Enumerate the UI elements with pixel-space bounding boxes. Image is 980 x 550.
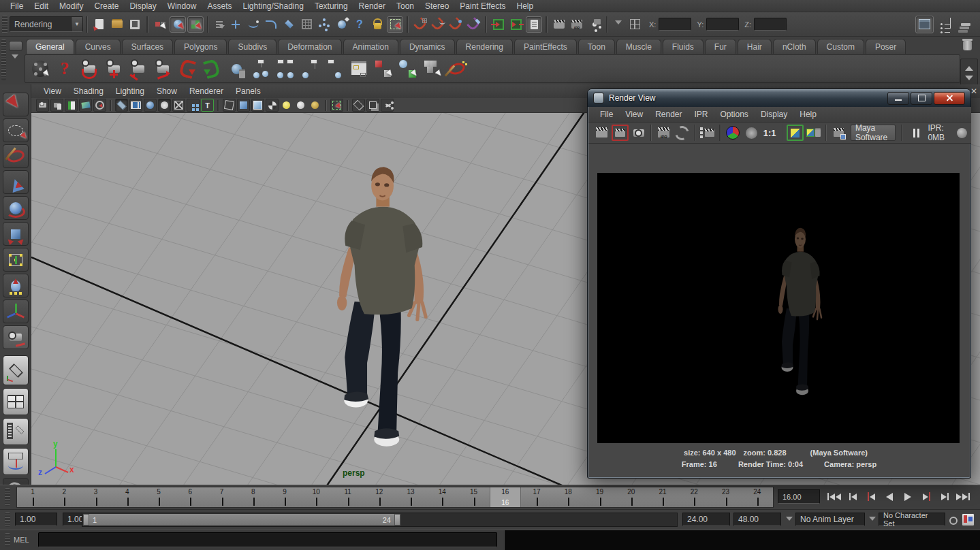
snap-to-points-icon[interactable] xyxy=(316,16,332,33)
menu-modify[interactable]: Modify xyxy=(54,1,88,11)
vp-xray-icon[interactable] xyxy=(352,99,365,112)
rgb-channels-icon[interactable] xyxy=(725,125,742,141)
save-scene-icon[interactable] xyxy=(127,16,143,33)
shelf-menu-button[interactable] xyxy=(9,41,22,51)
one-to-one-icon[interactable]: 1:1 xyxy=(761,125,778,141)
timeline-frame[interactable]: 4 xyxy=(112,487,143,507)
group-nodes-icon[interactable] xyxy=(250,58,272,80)
step-back-key-button[interactable] xyxy=(862,489,880,504)
duplicate-special-icon[interactable] xyxy=(397,58,419,80)
rendered-image[interactable] xyxy=(597,173,960,443)
select-tool-button[interactable] xyxy=(3,93,29,116)
last-tool-camera-button[interactable] xyxy=(3,325,29,349)
snap-to-view-planes-icon[interactable] xyxy=(334,16,350,33)
paint-effects-brush-icon[interactable] xyxy=(446,58,468,80)
shelf-grip[interactable] xyxy=(1,39,6,80)
snap-magnet-curve-icon[interactable] xyxy=(430,16,446,33)
select-by-object-icon[interactable] xyxy=(170,16,186,33)
close-button[interactable] xyxy=(934,92,965,105)
shelf-tab-hair[interactable]: Hair xyxy=(738,39,772,54)
rv-menu-render[interactable]: Render xyxy=(649,110,688,119)
output-connections-icon[interactable] xyxy=(508,16,524,33)
anim-layer-field[interactable]: No Anim Layer xyxy=(795,513,865,526)
shelf-tab-animation[interactable]: Animation xyxy=(343,39,398,54)
snap-magnet-grid-icon[interactable] xyxy=(412,16,428,33)
duplicate-input-graph-icon[interactable] xyxy=(422,58,443,80)
timeline-frame[interactable]: 9 xyxy=(269,487,300,507)
timeline-frame[interactable]: 14 xyxy=(426,487,458,507)
shelf-tab-rendering[interactable]: Rendering xyxy=(456,39,513,54)
time-slider-cells[interactable]: 1234567891011121314151616171819202122232… xyxy=(16,487,774,508)
vp-gate-mask-icon[interactable] xyxy=(158,99,171,112)
snap-to-curve-center-icon[interactable] xyxy=(263,16,279,33)
persp-graph-layout-button[interactable] xyxy=(3,448,29,475)
scale-tool-button[interactable] xyxy=(3,222,29,246)
shelf-tab-surfaces[interactable]: Surfaces xyxy=(122,39,173,54)
time-slider-grip[interactable] xyxy=(5,488,10,506)
outliner-persp-layout-button[interactable] xyxy=(3,418,29,445)
vp-resolution-gate-icon[interactable] xyxy=(144,99,157,112)
ungroup-nodes-icon[interactable] xyxy=(274,58,296,80)
help-question-icon[interactable]: ? xyxy=(54,58,76,80)
vp-camera-select-icon[interactable] xyxy=(36,99,49,112)
timeline-frame[interactable]: 15 xyxy=(458,487,490,507)
shelf-trash-icon[interactable] xyxy=(963,41,972,50)
rv-menu-help[interactable]: Help xyxy=(793,110,823,119)
step-back-frame-button[interactable] xyxy=(844,489,862,504)
menu-assets[interactable]: Assets xyxy=(202,1,236,11)
pause-ipr-icon[interactable] xyxy=(906,125,923,141)
universal-manipulator-button[interactable] xyxy=(3,248,29,272)
vp-menu-shading[interactable]: Shading xyxy=(68,86,109,96)
snap-to-planes-icon[interactable] xyxy=(281,16,297,33)
menu-help[interactable]: Help xyxy=(512,1,539,11)
timeline-frame[interactable]: 11 xyxy=(332,487,364,507)
region-render-icon[interactable] xyxy=(699,125,716,141)
duplicate-object-icon[interactable] xyxy=(373,58,394,80)
vp-grid-toggle-icon[interactable] xyxy=(115,99,128,112)
snap-to-curves-icon[interactable] xyxy=(245,16,262,33)
menu-toon[interactable]: Toon xyxy=(392,1,419,11)
vp-field-chart-icon[interactable] xyxy=(172,99,185,112)
snap-magnet-plane-icon[interactable] xyxy=(465,16,481,33)
open-scene-icon[interactable] xyxy=(109,16,125,33)
vp-safe-action-icon[interactable] xyxy=(187,99,200,112)
single-pane-layout-button[interactable] xyxy=(3,355,29,385)
menu-set-selector[interactable]: Rendering ▼ xyxy=(10,16,83,32)
shelf-tab-toon[interactable]: Toon xyxy=(578,39,615,54)
vp-2d-pan-zoom-icon[interactable] xyxy=(93,99,106,112)
menu-texturing[interactable]: Texturing xyxy=(310,1,353,11)
lock-selection-icon[interactable] xyxy=(369,16,385,33)
vp-menu-lighting[interactable]: Lighting xyxy=(110,86,150,96)
vp-bookmark-icon[interactable] xyxy=(65,99,78,112)
timeline-frame[interactable]: 8 xyxy=(238,487,269,507)
render-view-titlebar[interactable]: Render View xyxy=(588,89,970,107)
soft-modification-button[interactable] xyxy=(3,274,29,297)
range-slider-grip[interactable] xyxy=(5,512,10,527)
timeline-frame[interactable]: 13 xyxy=(395,487,426,507)
character-model[interactable] xyxy=(310,159,449,451)
highlight-selection-icon[interactable] xyxy=(387,16,403,33)
camera-track-icon[interactable] xyxy=(152,58,174,80)
camera-pan-icon[interactable] xyxy=(103,58,125,80)
ipr-render-icon[interactable]: IPR xyxy=(655,125,672,141)
vp-film-gate-icon[interactable] xyxy=(129,99,142,112)
paint-select-tool-button[interactable] xyxy=(3,144,29,168)
timeline-frame[interactable]: 1 xyxy=(17,487,48,507)
timeline-frame[interactable]: 12 xyxy=(364,487,395,507)
ipr-render-icon[interactable]: IPR xyxy=(569,16,585,33)
shelf-tab-painteffects[interactable]: PaintEffects xyxy=(514,39,577,54)
delete-object-icon[interactable] xyxy=(225,58,247,80)
vp-safe-title-icon[interactable]: T xyxy=(201,99,214,112)
timeline-frame[interactable]: 17 xyxy=(521,487,552,507)
shelf-tab-dynamics[interactable]: Dynamics xyxy=(400,39,455,54)
vp-wireframe-icon[interactable] xyxy=(223,99,236,112)
timeline-frame[interactable]: 5 xyxy=(143,487,174,507)
shelf-tab-poser[interactable]: Poser xyxy=(866,39,906,54)
render-settings-icon[interactable] xyxy=(586,16,603,33)
vp-textured-icon[interactable] xyxy=(251,99,264,112)
shelf-scrollbar[interactable] xyxy=(960,59,978,87)
go-to-end-button[interactable] xyxy=(954,489,972,504)
z-coordinate-field[interactable] xyxy=(754,18,787,31)
x-coordinate-field[interactable] xyxy=(659,18,691,31)
step-forward-frame-button[interactable] xyxy=(936,489,953,504)
